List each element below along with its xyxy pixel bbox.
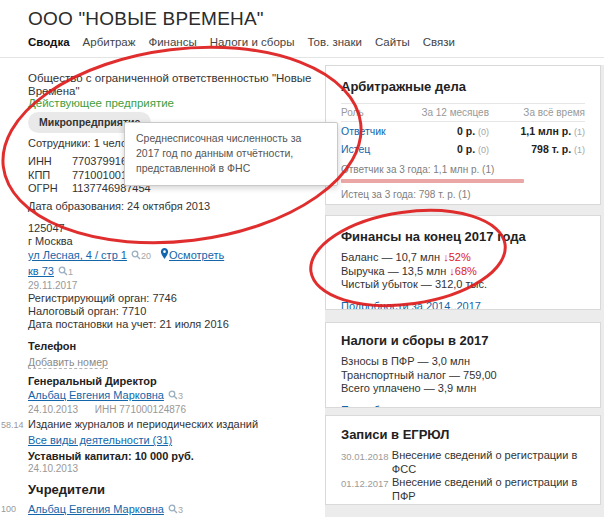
founder-mentions-count: 3 (178, 505, 183, 515)
search-icon (58, 265, 68, 280)
street-line: ул Лесная, 4 / стр 120 Осмотреть (28, 248, 224, 264)
net-loss-line: Чистый убыток — 312,0 тыс. (341, 278, 585, 292)
egrul-record-date: 30.01.2018 (341, 449, 392, 476)
address-date: 29.11.2017 (28, 280, 224, 292)
registration-block: Регистрирующий орган: 7746 Налоговый орг… (28, 292, 229, 331)
egrul-title: Записи в ЕГРЮЛ (341, 427, 585, 442)
founder-share: 100 % (1, 503, 25, 517)
tab-nalogi[interactable]: Налоги и сборы (210, 36, 295, 48)
tab-tov-znaki[interactable]: Тов. знаки (307, 36, 362, 48)
total-paid-line: Всего уплачено — 3,9 млн (341, 382, 585, 396)
egrul-record-date: 01.12.2017 (341, 476, 392, 503)
company-profile-page: ООО "НОВЫЕ ВРЕМЕНА" Сводка Арбитраж Фина… (0, 0, 604, 517)
arbitration-title: Арбитражные дела (341, 79, 585, 94)
search-icon (131, 249, 141, 264)
egrul-record-text: Внесение сведений о регистрации в ФСС (392, 449, 585, 476)
address-block: 125047 г Москва ул Лесная, 4 / стр 120 О… (28, 222, 224, 292)
phone-label: Телефон (28, 340, 108, 353)
employees-tooltip: Среднесписочная численность за 2017 год … (124, 122, 338, 186)
search-icon (168, 503, 178, 517)
header-divider (0, 57, 604, 58)
apartment-link[interactable]: кв 73 (28, 265, 54, 277)
plaintiff-bar (341, 204, 478, 205)
defendant-last12-count: (0) (478, 127, 489, 137)
defendant-alltime-count: (1) (574, 127, 585, 137)
apartment-line: кв 731 (28, 264, 224, 280)
inspect-link[interactable]: Осмотреть (169, 249, 224, 261)
street-link[interactable]: ул Лесная, 4 / стр 1 (28, 249, 127, 261)
defendant-bar (341, 179, 524, 183)
okved-code: 58.14 (1, 419, 25, 432)
apartment-mentions-count: 1 (68, 267, 73, 277)
kpp-value: 771001001 (72, 169, 127, 182)
defendant-alltime-value: 1,1 млн р. (521, 125, 572, 137)
page-title: ООО "НОВЫЕ ВРЕМЕНА" (28, 8, 264, 30)
taxes-details-link[interactable]: Подробнее (341, 404, 398, 409)
plaintiff-last12-value: 0 р. (457, 143, 475, 155)
founders-title: Учредители (28, 483, 105, 496)
taxes-title: Налоги и сборы в 2017 (341, 333, 585, 348)
tab-svyazi[interactable]: Связи (423, 36, 455, 48)
plaintiff-bar-label: Истец за 3 года: 798 т. р. (1) (341, 189, 585, 201)
plaintiff-alltime-count: (1) (574, 145, 585, 155)
director-name-link[interactable]: Альбац Евгения Марковна (28, 389, 164, 401)
transport-tax-line: Транспортный налог — 759,00 (341, 369, 585, 383)
founder-row: 100 % Альбац Евгения Марковна3 10 000,00… (28, 502, 322, 517)
finances-panel: Финансы на конец 2017 года Баланс — 10,7… (325, 215, 601, 310)
capital-date: 24.10.2013 (28, 463, 194, 475)
director-inn: ИНН 771000124876 (95, 404, 186, 415)
registered-date: Дата постановки на учет: 21 июля 2016 (28, 318, 229, 331)
defendant-link[interactable]: Ответчик (341, 125, 407, 137)
requisite-label: ИНН (28, 155, 72, 168)
company-status: Действующее предприятие (28, 97, 174, 110)
reg-authority: Регистрирующий орган: 7746 (28, 292, 229, 305)
finances-details-link[interactable]: Подробности за 2014..2017 (341, 300, 481, 311)
finances-title: Финансы на конец 2017 года (341, 229, 585, 244)
all-activities-link[interactable]: Все виды деятельности (31) (28, 434, 172, 446)
capital-value: 10 000 руб. (135, 450, 194, 462)
main-activity: Издание журналов и периодических изданий (28, 418, 322, 431)
arbitration-table: Роль За 12 месяцев За всё время Ответчик… (341, 103, 585, 158)
map-pin-icon (160, 249, 169, 261)
plaintiff-last12-count: (0) (478, 145, 489, 155)
phone-block: Телефон Добавить номер (28, 340, 108, 369)
balance-change: ↓52% (443, 251, 471, 263)
city: г Москва (28, 235, 224, 248)
requisite-label: ОГРН (28, 182, 72, 195)
arbitration-table-header: Роль За 12 месяцев За всё время (341, 103, 585, 122)
egrul-record-text: Внесение сведений о регистрации в ПФР (392, 476, 585, 503)
tab-arbitrazh[interactable]: Арбитраж (83, 36, 136, 48)
arbitration-panel: Арбитражные дела Роль За 12 месяцев За в… (325, 65, 601, 205)
revenue-line: Выручка — 13,5 млн ↓68% (341, 265, 585, 279)
founder-name-link[interactable]: Альбац Евгения Марковна (28, 503, 164, 515)
defendant-bar-label: Ответчик за 3 года: 1,1 млн р. (1) (341, 164, 585, 176)
activity-block: 58.14 Издание журналов и периодических и… (28, 418, 322, 447)
table-row: Истец 0 р. (0) 798 т. р. (1) (341, 140, 585, 158)
table-row: Ответчик 0 р. (0) 1,1 млн р. (1) (341, 122, 585, 140)
requisite-label: КПП (28, 169, 72, 182)
egrul-record-text: Внесение сведений о регистрации в ПФР (392, 503, 585, 505)
nav-tabs: Сводка Арбитраж Финансы Налоги и сборы Т… (28, 36, 455, 48)
column-alltime: За всё время (489, 107, 585, 118)
egrul-record: 30.01.2018 Внесение сведений о регистрац… (341, 449, 585, 476)
director-date: 24.10.2013 (28, 404, 78, 415)
taxes-panel: Налоги и сборы в 2017 Взносы в ПФР — 3,0… (325, 322, 601, 408)
egrul-record: 01.12.2017 Внесение сведений о регистрац… (341, 503, 585, 505)
column-role: Роль (341, 107, 407, 118)
pfr-contributions-line: Взносы в ПФР — 3,0 млн (341, 355, 585, 369)
egrul-panel: Записи в ЕГРЮЛ 30.01.2018 Внесение сведе… (325, 415, 601, 505)
plaintiff-link[interactable]: Истец (341, 143, 407, 155)
tax-authority: Налоговый орган: 7710 (28, 305, 229, 318)
egrul-record: 01.12.2017 Внесение сведений о регистрац… (341, 476, 585, 503)
director-block: Генеральный Директор Альбац Евгения Марк… (28, 375, 200, 416)
tab-sajty[interactable]: Сайты (375, 36, 410, 48)
postcode: 125047 (28, 222, 224, 235)
add-phone-link[interactable]: Добавить номер (28, 356, 108, 369)
tab-svodka[interactable]: Сводка (28, 36, 70, 48)
info-panels-column: Арбитражные дела Роль За 12 месяцев За в… (325, 65, 604, 517)
formation-date: Дата образования: 24 октября 2013 (28, 200, 210, 213)
director-mentions-count: 3 (178, 391, 183, 401)
defendant-bar-group: Ответчик за 3 года: 1,1 млн р. (1) (341, 164, 585, 183)
director-label: Генеральный Директор (28, 375, 200, 388)
tab-finansy[interactable]: Финансы (148, 36, 196, 48)
